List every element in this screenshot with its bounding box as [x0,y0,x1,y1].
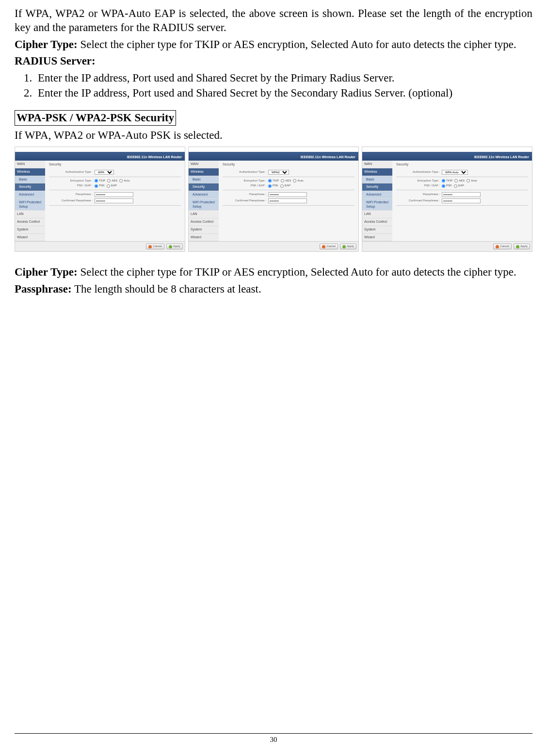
paragraph-passphrase: Passphrase: The length should be 8 chara… [15,282,532,296]
confirm-passphrase-input[interactable] [268,198,307,203]
passphrase-label: Passphrase: [15,283,72,295]
passphrase-input[interactable] [268,192,307,197]
radio-aes[interactable] [454,179,458,182]
nav-security[interactable]: Security [189,183,219,191]
confirm-passphrase-input[interactable] [442,198,481,203]
nav-wizard[interactable]: Wizard [362,234,392,242]
lbl-enc: Encryption Type : [223,179,266,183]
screenshot-wpa: IEEE802.11n Wireless LAN Router WAN Wire… [15,147,185,252]
radio-psk[interactable] [442,184,445,188]
nav-lan[interactable]: LAN [189,211,219,218]
radius-list: Enter the IP address, Port used and Shar… [15,71,532,100]
lbl-auth: Authentication Type : [396,170,440,174]
apply-icon [342,245,346,248]
panel-title: Security [49,163,181,167]
cipher-label-2: Cipher Type: [15,266,78,278]
lbl-cpass: Confirmed Passphrase : [49,199,93,203]
radio-tkip[interactable] [95,179,98,182]
nav-wan[interactable]: WAN [189,161,219,168]
router-nav: WAN Wireless Basic Security Advanced WiF… [362,161,392,241]
nav-access[interactable]: Access Control [362,218,392,226]
paragraph-cipher-1: Cipher Type: Select the cipher type for … [15,38,532,52]
cancel-icon [496,245,499,248]
screenshot-row: IEEE802.11n Wireless LAN Router WAN Wire… [15,147,532,252]
nav-system[interactable]: System [362,226,392,234]
passphrase-input[interactable] [95,192,133,197]
nav-wan[interactable]: WAN [362,161,392,168]
router-banner: IEEE802.11n Wireless LAN Router [15,152,185,161]
nav-system[interactable]: System [189,226,219,234]
cancel-button[interactable]: Cancel [320,244,338,249]
panel-title: Security [396,163,528,167]
radio-psk[interactable] [95,184,98,188]
cancel-button[interactable]: Cancel [493,244,512,249]
lbl-pass: Passphrase : [396,193,440,197]
nav-lan[interactable]: LAN [15,211,45,218]
radio-psk[interactable] [268,184,272,188]
nav-wireless[interactable]: Wireless [15,168,45,176]
radio-tkip[interactable] [268,179,272,182]
radio-eap[interactable] [280,184,284,188]
cipher-label: Cipher Type: [15,38,78,50]
apply-icon [169,245,172,248]
nav-wizard[interactable]: Wizard [15,234,45,242]
auth-select[interactable]: WPA2 [268,170,289,175]
lbl-cpass: Confirmed Passphrase : [223,199,266,203]
nav-wizard[interactable]: Wizard [189,234,219,242]
nav-access[interactable]: Access Control [189,218,219,226]
nav-basic[interactable]: Basic [15,176,45,184]
router-nav: WAN Wireless Basic Security Advanced WiF… [15,161,45,241]
radio-auto[interactable] [119,179,123,182]
radius-list-item: Enter the IP address, Port used and Shar… [35,71,532,85]
lbl-pskeap: PSK / EAP : [396,184,440,188]
nav-wireless[interactable]: Wireless [362,168,392,176]
radio-aes[interactable] [107,179,111,182]
nav-wan[interactable]: WAN [15,161,45,168]
lbl-auth: Authentication Type : [49,170,93,174]
radio-auto[interactable] [293,179,296,182]
nav-advanced[interactable]: Advanced [362,191,392,199]
nav-access[interactable]: Access Control [15,218,45,226]
footer-rule [15,733,532,734]
cancel-icon [148,245,152,248]
cipher-text-2: Select the cipher type for TKIP or AES e… [78,266,516,278]
passphrase-input[interactable] [442,192,481,197]
passphrase-text: The length should be 8 characters at lea… [72,283,261,295]
radius-list-item: Enter the IP address, Port used and Shar… [35,86,532,100]
lbl-enc: Encryption Type : [49,179,93,183]
cipher-text: Select the cipher type for TKIP or AES e… [78,38,516,50]
radius-heading: RADIUS Server: [15,54,532,68]
nav-security[interactable]: Security [15,183,45,191]
router-banner: IEEE802.11n Wireless LAN Router [189,152,358,161]
auth-select[interactable]: WPA-Auto [442,170,468,175]
cancel-button[interactable]: Cancel [146,244,164,249]
screenshot-wpa-auto: IEEE802.11n Wireless LAN Router WAN Wire… [362,147,532,252]
nav-wps[interactable]: WiFi Protected Setup [189,199,219,211]
nav-basic[interactable]: Basic [362,176,392,184]
nav-wireless[interactable]: Wireless [189,168,219,176]
nav-system[interactable]: System [15,226,45,234]
paragraph-eap-intro: If WPA, WPA2 or WPA-Auto EAP is selected… [15,7,532,35]
auth-select[interactable]: WPA [95,170,114,175]
nav-wps[interactable]: WiFi Protected Setup [362,199,392,211]
nav-basic[interactable]: Basic [189,176,219,184]
apply-button[interactable]: Apply [340,244,356,249]
nav-lan[interactable]: LAN [362,211,392,218]
radio-auto[interactable] [467,179,470,182]
lbl-pskeap: PSK / EAP : [223,184,266,188]
nav-security[interactable]: Security [362,183,392,191]
paragraph-cipher-2: Cipher Type: Select the cipher type for … [15,265,532,279]
lbl-pskeap: PSK / EAP : [49,184,93,188]
nav-wps[interactable]: WiFi Protected Setup [15,199,45,211]
radio-tkip[interactable] [442,179,445,182]
nav-advanced[interactable]: Advanced [189,191,219,199]
radio-eap[interactable] [454,184,457,188]
section-heading: WPA-PSK / WPA2-PSK Security [15,110,176,126]
nav-advanced[interactable]: Advanced [15,191,45,199]
radio-aes[interactable] [281,179,284,182]
confirm-passphrase-input[interactable] [95,198,133,203]
apply-button[interactable]: Apply [166,244,183,249]
radio-eap[interactable] [107,184,110,188]
panel-title: Security [223,163,354,167]
apply-button[interactable]: Apply [514,244,530,249]
